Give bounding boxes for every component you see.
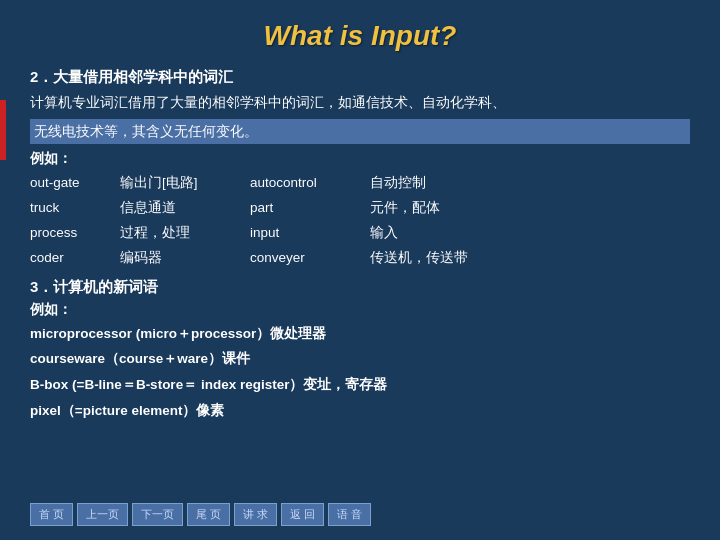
section2-paragraph1: 计算机专业词汇借用了大量的相邻学科中的词汇，如通信技术、自动化学科、 xyxy=(30,91,690,113)
slide: What is Input? 2．大量借用相邻学科中的词汇 计算机专业词汇借用了… xyxy=(0,0,720,540)
vocab-table: out-gate 输出门[电路] autocontrol 自动控制 truck … xyxy=(30,172,690,270)
nav-prev[interactable]: 上一页 xyxy=(77,503,128,526)
nav-next[interactable]: 下一页 xyxy=(132,503,183,526)
vocab-r3-c1: process xyxy=(30,222,120,245)
nav-seek[interactable]: 讲 求 xyxy=(234,503,277,526)
slide-title: What is Input? xyxy=(30,20,690,52)
vocab-r3-c2: 过程，处理 xyxy=(120,222,250,245)
section3-heading: 3．计算机的新词语 xyxy=(30,278,690,297)
red-bar xyxy=(0,100,6,160)
nav-audio[interactable]: 语 音 xyxy=(328,503,371,526)
vocab-r3-c3: input xyxy=(250,222,370,245)
vocab-row-2: truck 信息通道 part 元件，配体 xyxy=(30,197,690,220)
section3-item-3: B-box (=B-line＝B-store＝ index register）变… xyxy=(30,374,690,397)
bottom-nav: 首 页 上一页 下一页 尾 页 讲 求 返 回 语 音 xyxy=(30,503,371,526)
vocab-r1-c1: out-gate xyxy=(30,172,120,195)
section3-item-4: pixel（=picture element）像素 xyxy=(30,400,690,423)
vocab-r2-c4: 元件，配体 xyxy=(370,197,470,220)
vocab-r1-c3: autocontrol xyxy=(250,172,370,195)
vocab-r3-c4: 输入 xyxy=(370,222,470,245)
section2-example-label: 例如： xyxy=(30,150,690,168)
vocab-r2-c1: truck xyxy=(30,197,120,220)
section3-example-label: 例如： xyxy=(30,301,690,319)
nav-home[interactable]: 首 页 xyxy=(30,503,73,526)
vocab-r4-c4: 传送机，传送带 xyxy=(370,247,470,270)
nav-return[interactable]: 返 回 xyxy=(281,503,324,526)
section3-item-1: microprocessor (micro＋processor）微处理器 xyxy=(30,323,690,346)
vocab-r2-c2: 信息通道 xyxy=(120,197,250,220)
vocab-r4-c2: 编码器 xyxy=(120,247,250,270)
section2-paragraph2: 无线电技术等，其含义无任何变化。 xyxy=(30,119,690,143)
vocab-row-3: process 过程，处理 input 输入 xyxy=(30,222,690,245)
section2-heading: 2．大量借用相邻学科中的词汇 xyxy=(30,68,690,87)
vocab-row-4: coder 编码器 conveyer 传送机，传送带 xyxy=(30,247,690,270)
vocab-r4-c1: coder xyxy=(30,247,120,270)
vocab-r2-c3: part xyxy=(250,197,370,220)
vocab-r1-c4: 自动控制 xyxy=(370,172,470,195)
vocab-r4-c3: conveyer xyxy=(250,247,370,270)
nav-last[interactable]: 尾 页 xyxy=(187,503,230,526)
vocab-row-1: out-gate 输出门[电路] autocontrol 自动控制 xyxy=(30,172,690,195)
section3-item-2: courseware（course＋ware）课件 xyxy=(30,348,690,371)
vocab-r1-c2: 输出门[电路] xyxy=(120,172,250,195)
